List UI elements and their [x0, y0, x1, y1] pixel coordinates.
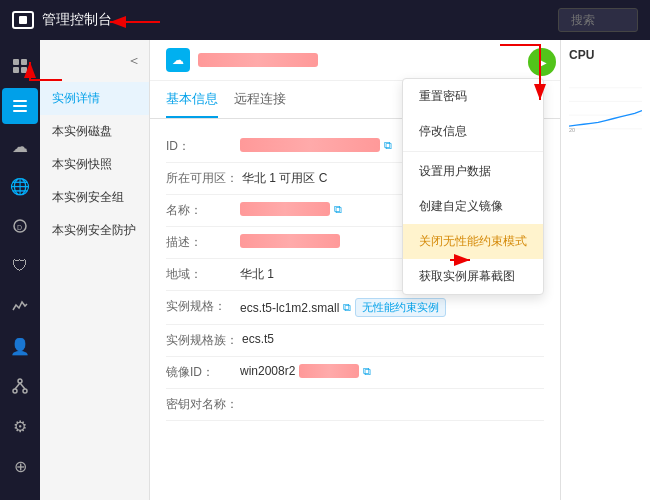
right-panel: CPU 20 [560, 40, 650, 500]
instance-header: ☁ [150, 40, 560, 81]
name-redacted [240, 202, 330, 216]
svg-rect-3 [21, 67, 27, 73]
dropdown-item-screenshot[interactable]: 获取实例屏幕截图 [403, 259, 543, 294]
value-zone: 华北 1 可用区 C [242, 170, 327, 187]
svg-rect-2 [13, 67, 19, 73]
tab-basic-info[interactable]: 基本信息 [166, 82, 218, 118]
sidebar-icon-settings[interactable]: ⚙ [2, 408, 38, 444]
info-row-spec: 实例规格： ecs.t5-lc1m2.small ⧉ 无性能约束实例 [166, 291, 544, 325]
cpu-title: CPU [569, 48, 642, 62]
cpu-panel: CPU 20 [561, 40, 650, 500]
svg-point-9 [18, 379, 22, 383]
info-row-keypair: 密钥对名称： [166, 389, 544, 421]
navbar-title: 管理控制台 [42, 11, 112, 29]
svg-rect-0 [13, 59, 19, 65]
info-row-image: 镜像ID： win2008r2 ⧉ [166, 357, 544, 389]
desc-redacted [240, 234, 340, 248]
label-keypair: 密钥对名称： [166, 396, 238, 413]
svg-point-11 [23, 389, 27, 393]
svg-text:D: D [17, 224, 22, 231]
label-region: 地域： [166, 266, 236, 283]
sidebar-icon-person[interactable]: 👤 [2, 328, 38, 364]
svg-line-12 [15, 383, 20, 389]
label-desc: 描述： [166, 234, 236, 251]
sidebar-icon-cloud[interactable]: ☁ [2, 128, 38, 164]
navbar: 管理控制台 [0, 0, 650, 40]
spec-badge: 无性能约束实例 [355, 298, 446, 317]
copy-id-icon[interactable]: ⧉ [384, 139, 392, 152]
svg-line-13 [20, 383, 25, 389]
status-running-circle [528, 48, 556, 76]
collapse-arrow-icon[interactable]: ＜ [127, 52, 141, 70]
dropdown-divider-1 [403, 151, 543, 152]
sidebar-icon-monitor[interactable] [2, 288, 38, 324]
dropdown-item-custom-image[interactable]: 创建自定义镜像 [403, 189, 543, 224]
label-zone: 所在可用区： [166, 170, 238, 187]
sidebar-icon-apps[interactable] [2, 48, 38, 84]
cloud-instance-icon: ☁ [166, 48, 190, 72]
svg-rect-1 [21, 59, 27, 65]
sidebar-icon-dns[interactable]: D [2, 208, 38, 244]
copy-name-icon[interactable]: ⧉ [334, 203, 342, 216]
copy-spec-icon[interactable]: ⧉ [343, 301, 351, 314]
info-row-spec-family: 实例规格族： ecs.t5 [166, 325, 544, 357]
instance-name-redacted [198, 53, 318, 67]
sidebar-item-disk[interactable]: 本实例磁盘 [40, 115, 149, 148]
sidebar-icon-security[interactable]: 🛡 [2, 248, 38, 284]
sidebar-secondary: ＜ 实例详情 本实例磁盘 本实例快照 本实例安全组 本实例安全防护 [40, 40, 150, 500]
dropdown-item-reset-password[interactable]: 重置密码 [403, 79, 543, 114]
sidebar-collapse[interactable]: ＜ [40, 48, 149, 74]
cpu-chart: 20 [569, 66, 642, 146]
main-layout: ☁ 🌐 D 🛡 👤 ⚙ ⊕ [0, 40, 650, 500]
copy-image-icon[interactable]: ⧉ [363, 365, 371, 378]
value-id: ⧉ [240, 138, 392, 152]
sidebar-item-security-group[interactable]: 本实例安全组 [40, 181, 149, 214]
sidebar-icons: ☁ 🌐 D 🛡 👤 ⚙ ⊕ [0, 40, 40, 500]
value-region: 华北 1 [240, 266, 274, 283]
svg-rect-6 [13, 110, 27, 112]
dropdown-item-close-performance[interactable]: 关闭无性能约束模式 [403, 224, 543, 259]
svg-rect-4 [13, 100, 27, 102]
value-desc [240, 234, 340, 248]
label-spec: 实例规格： [166, 298, 236, 315]
content-area: ☁ 基本信息 远程连接 更多 ▼ ID： ⧉ [150, 40, 560, 500]
tab-remote-connect[interactable]: 远程连接 [234, 82, 286, 118]
svg-point-10 [13, 389, 17, 393]
value-name: ⧉ [240, 202, 342, 216]
svg-text:20: 20 [569, 127, 575, 133]
dropdown-menu: 重置密码 停改信息 设置用户数据 创建自定义镜像 关闭无性能约束模式 获取实例屏… [402, 78, 544, 295]
label-name: 名称： [166, 202, 236, 219]
value-spec-family: ecs.t5 [242, 332, 274, 346]
value-spec: ecs.t5-lc1m2.small ⧉ 无性能约束实例 [240, 298, 446, 317]
logo: 管理控制台 [12, 11, 112, 29]
label-spec-family: 实例规格族： [166, 332, 238, 349]
sidebar-item-instance-detail[interactable]: 实例详情 [40, 82, 149, 115]
image-id-redacted [299, 364, 359, 378]
sidebar-icon-nodes[interactable] [2, 368, 38, 404]
sidebar-icon-globe[interactable]: 🌐 [2, 168, 38, 204]
id-redacted [240, 138, 380, 152]
sidebar-icon-bottom[interactable]: ⊕ [2, 448, 38, 484]
sidebar-icon-list[interactable] [2, 88, 38, 124]
dropdown-item-user-data[interactable]: 设置用户数据 [403, 154, 543, 189]
label-image: 镜像ID： [166, 364, 236, 381]
sidebar-item-snapshot[interactable]: 本实例快照 [40, 148, 149, 181]
dropdown-item-stop-modify[interactable]: 停改信息 [403, 114, 543, 149]
instance-name [198, 53, 318, 67]
value-image: win2008r2 ⧉ [240, 364, 371, 378]
svg-rect-5 [13, 105, 27, 107]
label-id: ID： [166, 138, 236, 155]
logo-icon [12, 11, 34, 29]
search-input[interactable] [558, 8, 638, 32]
sidebar-item-security-protection[interactable]: 本实例安全防护 [40, 214, 149, 247]
